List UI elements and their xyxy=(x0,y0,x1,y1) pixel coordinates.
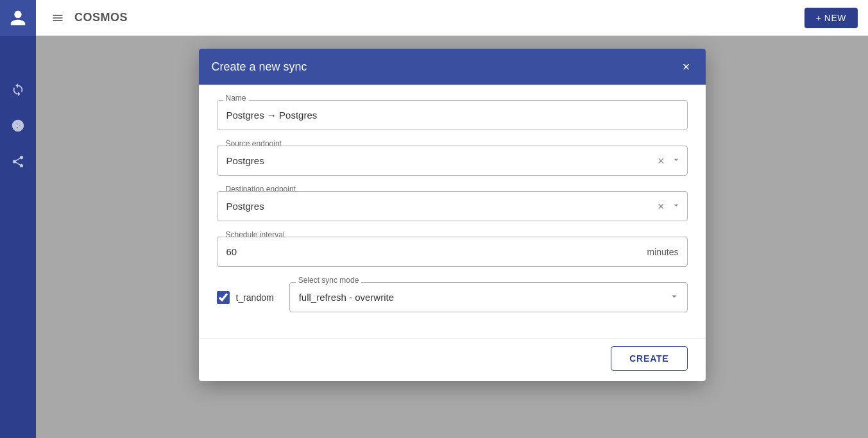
destination-endpoint-clear[interactable]: × xyxy=(658,201,665,212)
modal-close-button[interactable]: × xyxy=(680,59,693,74)
share-nav-icon[interactable] xyxy=(0,144,36,180)
destination-endpoint-arrow-icon[interactable] xyxy=(671,200,681,213)
destination-endpoint-field: Destination endpoint × xyxy=(217,191,688,221)
modal-title: Create a new sync xyxy=(212,60,307,74)
source-endpoint-clear[interactable]: × xyxy=(658,155,665,167)
user-avatar[interactable] xyxy=(0,0,36,36)
sync-nav-icon[interactable] xyxy=(0,72,36,108)
menu-icon[interactable] xyxy=(46,6,69,29)
sidebar xyxy=(0,0,36,438)
main-area: COSMOS + NEW Create a new sync × xyxy=(36,0,868,438)
source-endpoint-wrapper: × xyxy=(217,146,688,176)
sync-mode-label: Select sync mode xyxy=(296,276,362,285)
form-bottom: t_random Select sync mode full_refresh -… xyxy=(217,282,688,312)
modal-overlay: Create a new sync × Name Source endpoint xyxy=(36,36,868,438)
new-button[interactable]: + NEW xyxy=(804,8,858,28)
sync-mode-select[interactable]: full_refresh - overwrite full_refresh - … xyxy=(289,282,688,312)
name-label: Name xyxy=(223,94,249,103)
schedule-interval-field: Schedule interval minutes xyxy=(217,237,688,267)
svg-point-0 xyxy=(16,124,20,128)
name-field: Name xyxy=(217,100,688,130)
t-random-checkbox[interactable] xyxy=(217,291,230,304)
modal-body: Name Source endpoint × xyxy=(199,85,706,338)
destination-endpoint-wrapper: × xyxy=(217,191,688,221)
schedule-interval-input[interactable] xyxy=(217,237,688,267)
app-shell: COSMOS + NEW Create a new sync × xyxy=(0,0,868,438)
topbar: COSMOS + NEW xyxy=(36,0,868,36)
create-button[interactable]: CREATE xyxy=(611,346,687,371)
checkbox-row: t_random xyxy=(217,291,274,304)
target-nav-icon[interactable] xyxy=(0,108,36,144)
source-endpoint-input[interactable] xyxy=(217,146,688,176)
modal-footer: CREATE xyxy=(199,338,706,381)
sync-mode-field: Select sync mode full_refresh - overwrit… xyxy=(289,282,688,312)
t-random-label: t_random xyxy=(236,292,274,303)
source-endpoint-field: Source endpoint × xyxy=(217,146,688,176)
app-title: COSMOS xyxy=(74,11,128,24)
modal-header: Create a new sync × xyxy=(199,49,706,85)
name-input[interactable] xyxy=(217,100,688,130)
source-endpoint-arrow-icon[interactable] xyxy=(671,155,681,167)
page-content: Create a new sync × Name Source endpoint xyxy=(36,36,868,438)
destination-endpoint-input[interactable] xyxy=(217,191,688,221)
schedule-wrapper: minutes xyxy=(217,237,688,267)
create-sync-modal: Create a new sync × Name Source endpoint xyxy=(199,49,706,381)
